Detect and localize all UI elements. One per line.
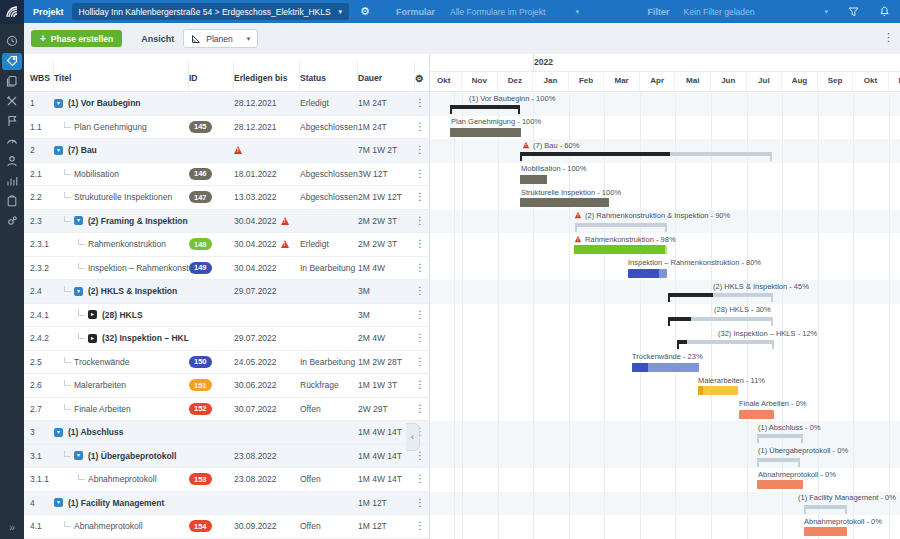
gantt-task-bar[interactable] (628, 269, 667, 278)
gantt-group-bar[interactable] (804, 505, 847, 509)
row-kebab-menu-icon[interactable]: ⋮ (415, 216, 429, 226)
table-row[interactable]: 4▾(1) Facility Management1M 12T⋮ (24, 492, 429, 516)
id-badge[interactable]: 151 (189, 379, 212, 391)
id-badge[interactable]: 153 (189, 473, 212, 485)
column-header-id[interactable]: ID (189, 61, 234, 91)
collapse-chevron-icon[interactable]: ▾ (74, 451, 83, 460)
row-kebab-menu-icon[interactable]: ⋮ (415, 521, 429, 531)
table-row[interactable]: 3▾(1) Abschluss1M 4W 14T⋮ (24, 421, 429, 445)
table-row[interactable]: 2.1Mobilisation14618.01.2022Abgeschlosse… (24, 163, 429, 187)
row-kebab-menu-icon[interactable]: ⋮ (415, 145, 429, 155)
chevron-down-icon[interactable]: ▾ (824, 8, 828, 16)
gantt-summary-bar[interactable] (520, 152, 772, 156)
id-badge[interactable]: 148 (189, 238, 212, 250)
project-settings-gear-icon[interactable]: ⚙ (360, 6, 370, 17)
collapse-chevron-icon[interactable]: ▾ (74, 216, 83, 225)
table-row[interactable]: 2.3▾(2) Framing & Inspektion30.04.20222M… (24, 210, 429, 234)
table-row[interactable]: 2.4.1▸(28) HKLS3M⋮ (24, 304, 429, 328)
table-row[interactable]: 2.2Strukuturelle Inspektionen14713.03.20… (24, 186, 429, 210)
sidebar-item-settings[interactable] (2, 213, 22, 230)
column-header-titel[interactable]: Titel (54, 61, 189, 91)
sidebar-item-clipboard[interactable] (2, 193, 22, 210)
bell-icon[interactable] (879, 6, 890, 17)
gantt-task-bar[interactable] (520, 198, 609, 207)
funnel-icon[interactable] (848, 7, 859, 17)
row-kebab-menu-icon[interactable]: ⋮ (415, 474, 429, 484)
collapse-chevron-icon[interactable]: ▾ (54, 146, 63, 155)
filter-select-value[interactable]: Kein Filter geladen (684, 7, 755, 17)
gantt-summary-bar[interactable] (677, 340, 774, 344)
table-row[interactable]: 3.1▾(1) Übergabeprotokoll23.08.20221M 4W… (24, 445, 429, 469)
id-badge[interactable]: 147 (189, 191, 212, 203)
sidebar-item-person[interactable] (2, 153, 22, 170)
collapse-table-button[interactable]: ‹ (406, 423, 420, 451)
row-kebab-menu-icon[interactable]: ⋮ (415, 451, 429, 461)
gantt-summary-bar[interactable] (668, 293, 773, 297)
column-header-status[interactable]: Status (300, 61, 358, 91)
row-kebab-menu-icon[interactable]: ⋮ (415, 192, 429, 202)
gantt-group-bar[interactable] (575, 223, 667, 227)
column-header-dauer[interactable]: Dauer (358, 61, 415, 91)
gantt-task-bar[interactable] (698, 386, 738, 395)
sidebar-item-gauge[interactable] (2, 133, 22, 150)
id-badge[interactable]: 152 (189, 403, 212, 415)
row-kebab-menu-icon[interactable]: ⋮ (415, 122, 429, 132)
column-header-erledigen-bis[interactable]: Erledigen bis (234, 61, 300, 91)
collapse-chevron-icon[interactable]: ▾ (54, 99, 63, 108)
column-header-wbs[interactable]: WBS (24, 61, 54, 91)
project-select[interactable]: Holliday Inn Kahlenbergerstraße 54 > Erd… (72, 3, 350, 20)
row-kebab-menu-icon[interactable]: ⋮ (415, 380, 429, 390)
row-kebab-menu-icon[interactable]: ⋮ (415, 310, 429, 320)
table-row[interactable]: 1▾(1) Vor Baubeginn28.12.2021Erledigt1M … (24, 92, 429, 116)
row-kebab-menu-icon[interactable]: ⋮ (415, 239, 429, 249)
gantt-group-bar[interactable] (757, 458, 800, 462)
expand-chevron-icon[interactable]: ▸ (88, 310, 97, 319)
table-row[interactable]: 2.4.2▸(32) Inspektion – HKLS29.07.20222M… (24, 327, 429, 351)
table-row[interactable]: 2.6Malerarbeiten15130.06.2022Rückfrage1M… (24, 374, 429, 398)
table-row[interactable]: 2.5Trockenwände15024.05.2022In Bearbeitu… (24, 351, 429, 375)
app-logo-icon[interactable] (0, 0, 24, 24)
gantt-task-bar[interactable] (804, 527, 847, 536)
gantt-task-bar[interactable] (757, 480, 803, 489)
collapse-chevron-icon[interactable]: ▾ (54, 428, 63, 437)
table-row[interactable]: 2.3.1Rahmenkonstruktion14830.04.2022Erle… (24, 233, 429, 257)
create-phase-button[interactable]: + Phase erstellen (31, 30, 122, 47)
gantt-task-bar[interactable] (739, 410, 774, 419)
sidebar-expand-icon[interactable]: » (0, 522, 24, 533)
gantt-task-bar[interactable] (574, 245, 667, 254)
table-row[interactable]: 3.1.1Abnahmeprotokoll15323.08.2022Offen1… (24, 468, 429, 492)
table-row[interactable]: 4.1Abnahmeprotokoll15430.09.2022Offen1M … (24, 515, 429, 539)
expand-chevron-icon[interactable]: ▸ (88, 334, 97, 343)
id-badge[interactable]: 154 (189, 520, 212, 532)
table-row[interactable]: 2.3.2Inspektion – Rahmenkonstruktion1493… (24, 257, 429, 281)
gantt-task-bar[interactable] (520, 175, 547, 184)
toolbar-kebab-menu-icon[interactable]: ⋮ (883, 31, 894, 44)
id-badge[interactable]: 146 (189, 168, 212, 180)
row-kebab-menu-icon[interactable]: ⋮ (415, 357, 429, 367)
gantt-task-bar[interactable] (450, 128, 521, 137)
view-mode-select[interactable]: Planen ▾ (183, 29, 258, 48)
column-settings-gear-icon[interactable]: ⚙ (415, 61, 429, 91)
gantt-group-bar[interactable] (757, 434, 803, 438)
row-kebab-menu-icon[interactable]: ⋮ (415, 263, 429, 273)
chevron-down-icon[interactable]: ▾ (575, 8, 579, 16)
table-row[interactable]: 2.7Finale Arbeiten15230.07.2022Offen2W 2… (24, 398, 429, 422)
row-kebab-menu-icon[interactable]: ⋮ (415, 286, 429, 296)
sidebar-item-tags[interactable] (2, 53, 22, 70)
id-badge[interactable]: 150 (189, 356, 212, 368)
row-kebab-menu-icon[interactable]: ⋮ (415, 498, 429, 508)
collapse-chevron-icon[interactable]: ▾ (54, 498, 63, 507)
gantt-task-bar[interactable] (632, 363, 699, 372)
collapse-chevron-icon[interactable]: ▾ (74, 287, 83, 296)
sidebar-item-flag[interactable] (2, 113, 22, 130)
table-row[interactable]: 2.4▾(2) HKLS & Inspektion29.07.20223M⋮ (24, 280, 429, 304)
sidebar-item-tools[interactable] (2, 93, 22, 110)
table-row[interactable]: 1.1Plan Genehmigung14528.12.2021Abgeschl… (24, 116, 429, 140)
id-badge[interactable]: 149 (189, 262, 212, 274)
row-kebab-menu-icon[interactable]: ⋮ (415, 98, 429, 108)
sidebar-item-chart[interactable] (2, 173, 22, 190)
sidebar-item-documents[interactable] (2, 73, 22, 90)
row-kebab-menu-icon[interactable]: ⋮ (415, 404, 429, 414)
row-kebab-menu-icon[interactable]: ⋮ (415, 333, 429, 343)
gantt-summary-bar[interactable] (450, 105, 520, 109)
